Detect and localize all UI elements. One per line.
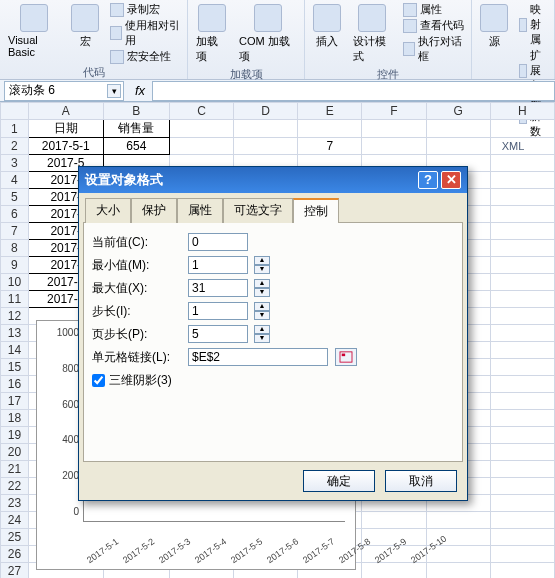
cell[interactable] — [490, 444, 554, 461]
min-input[interactable] — [188, 256, 248, 274]
cell[interactable] — [362, 120, 426, 138]
props-button[interactable]: 属性 — [400, 2, 468, 17]
cell[interactable] — [490, 206, 554, 223]
vb-button[interactable]: Visual Basic — [4, 2, 63, 60]
row-header[interactable]: 10 — [1, 274, 29, 291]
row-header[interactable]: 3 — [1, 155, 29, 172]
record-macro-button[interactable]: 录制宏 — [107, 2, 183, 17]
cell[interactable] — [169, 138, 233, 155]
col-header[interactable]: A — [28, 103, 103, 120]
col-header[interactable]: D — [234, 103, 298, 120]
row-header[interactable]: 16 — [1, 376, 29, 393]
cell[interactable] — [169, 120, 233, 138]
row-header[interactable]: 17 — [1, 393, 29, 410]
dialog-tab[interactable]: 大小 — [85, 198, 131, 223]
ref-select-button[interactable] — [335, 348, 357, 366]
cell[interactable] — [490, 325, 554, 342]
cell[interactable]: 日期 — [28, 120, 103, 138]
cell[interactable] — [490, 223, 554, 240]
col-header[interactable]: C — [169, 103, 233, 120]
cancel-button[interactable]: 取消 — [385, 470, 457, 492]
row-header[interactable]: 2 — [1, 138, 29, 155]
max-spinner[interactable]: ▲▼ — [254, 279, 270, 297]
insert-control-button[interactable]: 插入 — [309, 2, 345, 51]
row-header[interactable]: 5 — [1, 189, 29, 206]
cell[interactable] — [362, 563, 426, 579]
dialog-tab[interactable]: 保护 — [131, 198, 177, 223]
cell[interactable]: 654 — [103, 138, 169, 155]
cell[interactable] — [490, 461, 554, 478]
cell[interactable] — [362, 512, 426, 529]
dialog-help-button[interactable]: ? — [418, 171, 438, 189]
dialog-tab[interactable]: 控制 — [293, 198, 339, 223]
cell[interactable] — [490, 529, 554, 546]
max-input[interactable] — [188, 279, 248, 297]
com-addins-button[interactable]: COM 加载项 — [235, 2, 300, 66]
col-header[interactable]: B — [103, 103, 169, 120]
name-box[interactable]: 滚动条 6 ▾ — [4, 81, 124, 101]
row-header[interactable]: 8 — [1, 240, 29, 257]
corner-cell[interactable] — [1, 103, 29, 120]
cell[interactable] — [490, 359, 554, 376]
cell[interactable] — [490, 495, 554, 512]
cell[interactable] — [490, 291, 554, 308]
cell[interactable] — [490, 393, 554, 410]
cell[interactable] — [490, 240, 554, 257]
cell[interactable] — [490, 563, 554, 579]
cell[interactable] — [426, 138, 490, 155]
cell[interactable] — [490, 138, 554, 155]
row-header[interactable]: 24 — [1, 512, 29, 529]
run-dialog-button[interactable]: 执行对话框 — [400, 34, 468, 64]
cell[interactable] — [490, 257, 554, 274]
row-header[interactable]: 22 — [1, 478, 29, 495]
cell[interactable] — [490, 342, 554, 359]
cell[interactable] — [426, 563, 490, 579]
cell[interactable] — [490, 155, 554, 172]
cell[interactable] — [490, 512, 554, 529]
row-header[interactable]: 19 — [1, 427, 29, 444]
row-header[interactable]: 13 — [1, 325, 29, 342]
cell[interactable] — [490, 120, 554, 138]
current-input[interactable] — [188, 233, 248, 251]
cell[interactable] — [490, 274, 554, 291]
cell[interactable] — [426, 120, 490, 138]
cell[interactable] — [234, 120, 298, 138]
row-header[interactable]: 27 — [1, 563, 29, 579]
row-header[interactable]: 26 — [1, 546, 29, 563]
row-header[interactable]: 21 — [1, 461, 29, 478]
row-header[interactable]: 12 — [1, 308, 29, 325]
macro-button[interactable]: 宏 — [67, 2, 103, 51]
design-mode-button[interactable]: 设计模式 — [349, 2, 395, 66]
cell[interactable] — [490, 189, 554, 206]
row-header[interactable]: 23 — [1, 495, 29, 512]
formula-input[interactable] — [152, 81, 555, 101]
row-header[interactable]: 15 — [1, 359, 29, 376]
step-spinner[interactable]: ▲▼ — [254, 302, 270, 320]
cell[interactable] — [490, 410, 554, 427]
cell[interactable] — [234, 138, 298, 155]
cell[interactable] — [362, 138, 426, 155]
row-header[interactable]: 6 — [1, 206, 29, 223]
shade-checkbox[interactable] — [92, 374, 105, 387]
dialog-tab[interactable]: 属性 — [177, 198, 223, 223]
row-header[interactable]: 7 — [1, 223, 29, 240]
row-header[interactable]: 1 — [1, 120, 29, 138]
row-header[interactable]: 11 — [1, 291, 29, 308]
cell[interactable]: 销售量 — [103, 120, 169, 138]
cell[interactable] — [490, 308, 554, 325]
link-input[interactable] — [188, 348, 328, 366]
step-input[interactable] — [188, 302, 248, 320]
cell[interactable] — [490, 478, 554, 495]
cell[interactable] — [490, 546, 554, 563]
row-header[interactable]: 25 — [1, 529, 29, 546]
ok-button[interactable]: 确定 — [303, 470, 375, 492]
min-spinner[interactable]: ▲▼ — [254, 256, 270, 274]
dialog-close-button[interactable]: ✕ — [441, 171, 461, 189]
addins-button[interactable]: 加载项 — [192, 2, 231, 66]
dialog-tab[interactable]: 可选文字 — [223, 198, 293, 223]
col-header[interactable]: G — [426, 103, 490, 120]
fx-icon[interactable]: fx — [128, 83, 152, 98]
col-header[interactable]: F — [362, 103, 426, 120]
page-input[interactable] — [188, 325, 248, 343]
cell[interactable] — [490, 376, 554, 393]
